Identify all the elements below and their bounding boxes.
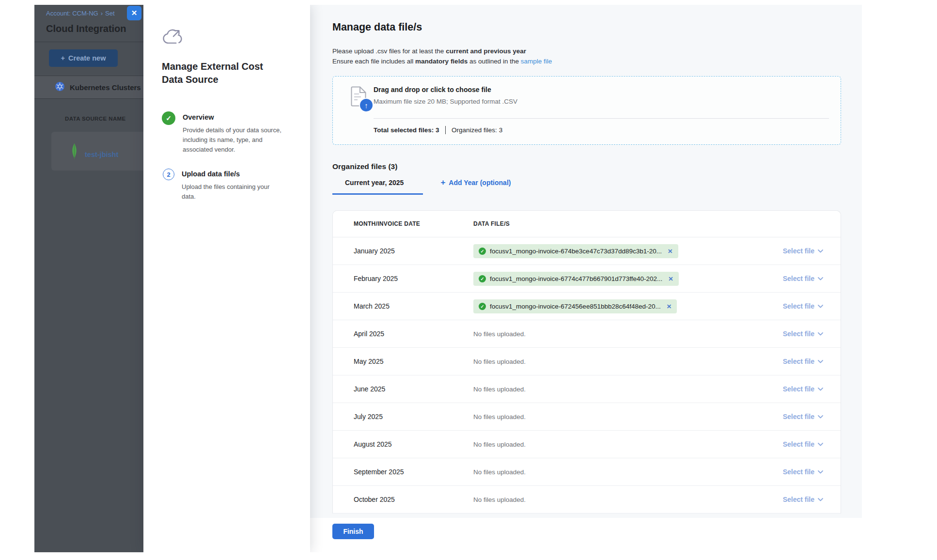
no-files-text: No files uploaded. <box>473 413 526 420</box>
total-selected-label: Total selected files: <box>374 126 434 134</box>
file-name: focusv1_mongo-invoice-6774c477b667901d77… <box>490 275 662 282</box>
footer-bar: Finish <box>310 518 862 552</box>
breadcrumb-account[interactable]: Account: CCM-NG <box>46 10 98 17</box>
divider <box>374 118 829 119</box>
select-file-dropdown[interactable]: Select file <box>783 302 823 310</box>
chevron-down-icon <box>818 415 823 419</box>
action-cell: Select file <box>749 358 841 365</box>
file-totals: Total selected files: 3 Organized files:… <box>374 126 502 134</box>
table-row: August 2025No files uploaded.Select file <box>333 431 841 458</box>
table-body: January 2025✓focusv1_mongo-invoice-674be… <box>333 237 841 513</box>
background-page-overlay: Account: CCM-NG›Set Cloud Integration + … <box>34 5 143 552</box>
wizard-step-upload[interactable]: 2 Upload data file/s Upload the files co… <box>162 168 292 202</box>
column-header-datafile: DATA FILE/S <box>473 220 749 227</box>
monthly-files-card: MONTH/INVOICE DATE DATA FILE/S January 2… <box>332 210 841 513</box>
finish-button[interactable]: Finish <box>332 524 374 539</box>
no-files-text: No files uploaded. <box>473 330 526 338</box>
chevron-down-icon <box>818 277 823 280</box>
select-file-dropdown[interactable]: Select file <box>783 358 823 365</box>
kubernetes-icon <box>55 81 65 93</box>
datafile-cell: ✓focusv1_mongo-invoice-672456ee851bbb28c… <box>473 299 749 313</box>
table-row: October 2025No files uploaded.Select fil… <box>333 486 841 513</box>
breadcrumb-trailing[interactable]: Set <box>105 10 115 17</box>
step-number-badge: 2 <box>163 169 174 180</box>
action-cell: Select file <box>749 413 841 420</box>
month-label: July 2025 <box>333 413 473 420</box>
select-file-dropdown[interactable]: Select file <box>783 247 823 255</box>
data-source-name-header: DATA SOURCE NAME <box>65 116 126 122</box>
step-description: Upload the files containing your data. <box>182 182 282 202</box>
action-cell: Select file <box>749 275 841 282</box>
add-year-label: Add Year (optional) <box>449 179 511 187</box>
divider <box>34 98 143 99</box>
select-file-dropdown[interactable]: Select file <box>783 496 823 503</box>
step-label: Overview <box>183 111 283 121</box>
no-files-text: No files uploaded. <box>473 468 526 476</box>
table-row: May 2025No files uploaded.Select file <box>333 348 841 375</box>
breadcrumb[interactable]: Account: CCM-NG›Set <box>46 10 115 17</box>
divider <box>445 126 446 134</box>
divider <box>34 42 143 42</box>
close-icon[interactable]: ✕ <box>127 6 141 20</box>
wizard-step-overview[interactable]: ✓ Overview Provide details of your data … <box>162 111 292 155</box>
chevron-down-icon <box>818 249 823 253</box>
select-file-dropdown[interactable]: Select file <box>783 468 823 476</box>
cloud-export-icon <box>162 28 292 48</box>
no-files-text: No files uploaded. <box>473 441 526 448</box>
chevron-down-icon <box>818 305 823 308</box>
select-file-dropdown[interactable]: Select file <box>783 440 823 448</box>
month-label: May 2025 <box>333 358 473 365</box>
organized-files-label: Organized files: <box>452 126 497 134</box>
add-year-button[interactable]: + Add Year (optional) <box>423 179 520 195</box>
tab-kubernetes-clusters[interactable]: Kubernetes Clusters <box>34 76 143 98</box>
organized-files-value: 3 <box>499 126 503 134</box>
data-source-link[interactable]: test-jbisht <box>85 151 118 158</box>
no-files-text: No files uploaded. <box>473 358 526 365</box>
remove-file-icon[interactable]: ✕ <box>668 248 672 255</box>
month-label: February 2025 <box>333 275 473 282</box>
plus-icon: + <box>61 54 65 62</box>
remove-file-icon[interactable]: ✕ <box>667 303 672 310</box>
file-valid-check-icon: ✓ <box>479 248 486 255</box>
dropzone-constraints: Maximum file size 20 MB; Supported forma… <box>374 98 517 105</box>
tab-current-year[interactable]: Current year, 2025 <box>332 179 423 195</box>
sample-file-link[interactable]: sample file <box>521 58 552 65</box>
upload-instructions: Please upload .csv files for at least th… <box>332 46 841 66</box>
organized-files-heading: Organized files (3) <box>332 162 841 171</box>
create-new-label: Create new <box>68 54 106 62</box>
create-new-button[interactable]: + Create new <box>49 49 118 67</box>
month-label: August 2025 <box>333 440 473 448</box>
select-file-dropdown[interactable]: Select file <box>783 413 823 420</box>
select-file-dropdown[interactable]: Select file <box>783 385 823 393</box>
month-label: September 2025 <box>333 468 473 476</box>
select-file-dropdown[interactable]: Select file <box>783 275 823 282</box>
datafile-cell: No files uploaded. <box>473 386 749 393</box>
select-file-dropdown[interactable]: Select file <box>783 330 823 338</box>
action-cell: Select file <box>749 468 841 476</box>
step-title: Manage data file/s <box>332 21 841 33</box>
chevron-down-icon <box>818 332 823 336</box>
remove-file-icon[interactable]: ✕ <box>668 275 673 282</box>
file-dropzone[interactable]: ↑ Drag and drop or click to choose file … <box>332 76 841 145</box>
month-label: June 2025 <box>333 385 473 393</box>
table-row: March 2025✓focusv1_mongo-invoice-672456e… <box>333 293 841 320</box>
datafile-cell: No files uploaded. <box>473 330 749 338</box>
no-files-text: No files uploaded. <box>473 386 526 393</box>
table-header-row: MONTH/INVOICE DATE DATA FILE/S <box>333 211 841 237</box>
chevron-down-icon <box>818 360 823 363</box>
step-description: Provide details of your data source, inc… <box>183 125 283 155</box>
file-chip: ✓focusv1_mongo-invoice-672456ee851bbb28c… <box>473 299 677 313</box>
page-title: Cloud Integration <box>46 23 126 34</box>
table-row: September 2025No files uploaded.Select f… <box>333 458 841 486</box>
step-content-scroll-area[interactable]: Manage data file/s Please upload .csv fi… <box>310 5 862 518</box>
step-label: Upload data file/s <box>182 168 282 178</box>
wizard-title: Manage External Cost Data Source <box>162 60 278 86</box>
plus-icon: + <box>440 179 445 186</box>
datafile-cell: No files uploaded. <box>473 468 749 476</box>
step-complete-check-icon: ✓ <box>162 111 175 125</box>
instruction-line-1: Please upload .csv files for at least th… <box>332 46 841 56</box>
chevron-down-icon <box>818 443 823 446</box>
datafile-cell: No files uploaded. <box>473 413 749 420</box>
datafile-cell: No files uploaded. <box>473 358 749 365</box>
total-selected-value: 3 <box>436 126 439 134</box>
